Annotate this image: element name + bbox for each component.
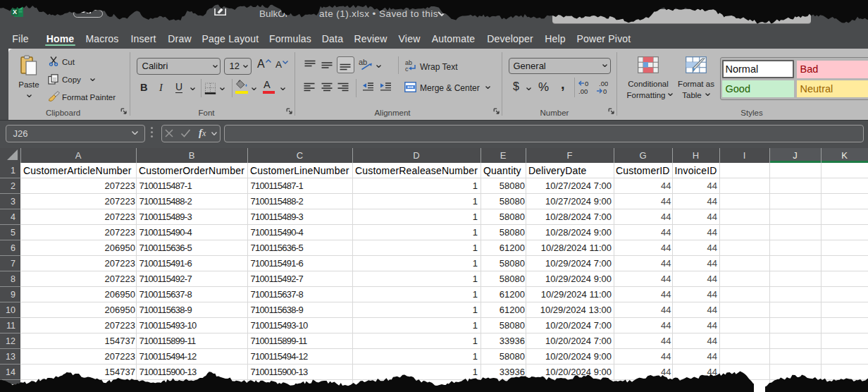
svg-text:.00: .00 [599, 80, 608, 87]
svg-text:0: 0 [585, 80, 588, 87]
svg-text:.00: .00 [578, 87, 588, 95]
svg-text:c: c [405, 66, 409, 72]
svg-text:0: 0 [603, 87, 607, 95]
